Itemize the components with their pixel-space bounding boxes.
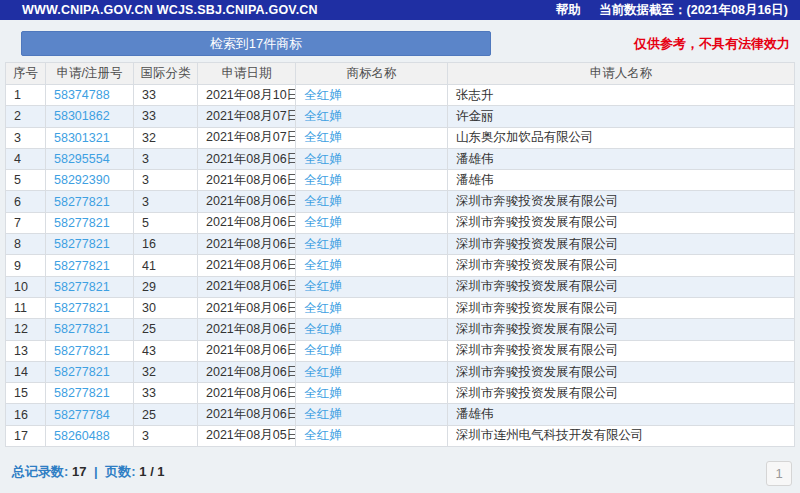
application-number-cell: 58301321	[46, 127, 134, 148]
trademark-name-link[interactable]: 全红婵	[304, 258, 342, 272]
application-number-link[interactable]: 58277784	[54, 408, 110, 422]
column-header: 申请/注册号	[46, 63, 134, 85]
table-row: 1458277821322021年08月06日全红婵深圳市奔骏投资发展有限公司	[6, 361, 795, 382]
row-index-cell: 12	[6, 319, 46, 340]
application-number-cell: 58277821	[46, 191, 134, 212]
intl-class-cell: 33	[134, 383, 198, 404]
application-date-cell: 2021年08月07日	[198, 127, 296, 148]
trademark-name-link[interactable]: 全红婵	[304, 428, 342, 442]
application-date-cell: 2021年08月06日	[198, 148, 296, 169]
trademark-name-link[interactable]: 全红婵	[304, 237, 342, 251]
data-cutoff-label: 当前数据截至：(2021年08月16日)	[599, 2, 788, 19]
trademark-name-cell: 全红婵	[296, 191, 448, 212]
row-index-cell: 4	[6, 148, 46, 169]
trademark-name-link[interactable]: 全红婵	[304, 301, 342, 315]
table-row: 1358277821432021年08月06日全红婵深圳市奔骏投资发展有限公司	[6, 340, 795, 361]
application-date-cell: 2021年08月06日	[198, 234, 296, 255]
row-index-cell: 11	[6, 297, 46, 318]
table-row: 158374788332021年08月10日全红婵张志升	[6, 85, 795, 106]
trademark-name-cell: 全红婵	[296, 425, 448, 446]
trademark-name-link[interactable]: 全红婵	[304, 215, 342, 229]
application-number-link[interactable]: 58277821	[54, 195, 110, 209]
application-number-link[interactable]: 58277821	[54, 280, 110, 294]
pages-label: 页数:	[105, 464, 135, 479]
table-header-row: 序号申请/注册号国际分类申请日期商标名称申请人名称	[6, 63, 795, 85]
results-table-wrap: 序号申请/注册号国际分类申请日期商标名称申请人名称 15837478833202…	[5, 62, 795, 447]
application-date-cell: 2021年08月06日	[198, 361, 296, 382]
application-number-link[interactable]: 58277821	[54, 344, 110, 358]
applicant-name-cell: 潘雄伟	[448, 404, 795, 425]
application-date-cell: 2021年08月07日	[198, 106, 296, 127]
trademark-name-link[interactable]: 全红婵	[304, 322, 342, 336]
applicant-name-cell: 深圳市奔骏投资发展有限公司	[448, 276, 795, 297]
application-number-link[interactable]: 58277821	[54, 386, 110, 400]
trademark-name-link[interactable]: 全红婵	[304, 279, 342, 293]
intl-class-cell: 25	[134, 404, 198, 425]
row-index-cell: 7	[6, 212, 46, 233]
application-number-link[interactable]: 58260488	[54, 429, 110, 443]
application-number-link[interactable]: 58277821	[54, 365, 110, 379]
applicant-name-cell: 深圳市奔骏投资发展有限公司	[448, 191, 795, 212]
table-row: 45829555432021年08月06日全红婵潘雄伟	[6, 148, 795, 169]
column-header: 申请人名称	[448, 63, 795, 85]
trademark-name-cell: 全红婵	[296, 340, 448, 361]
row-index-cell: 2	[6, 106, 46, 127]
total-records-value: 17	[72, 464, 86, 479]
row-index-cell: 3	[6, 127, 46, 148]
application-number-link[interactable]: 58301862	[54, 109, 110, 123]
application-date-cell: 2021年08月06日	[198, 297, 296, 318]
row-index-cell: 5	[6, 170, 46, 191]
row-index-cell: 16	[6, 404, 46, 425]
column-header: 商标名称	[296, 63, 448, 85]
footer: 总记录数: 17 | 页数: 1 / 1 1	[12, 463, 792, 491]
application-number-cell: 58277821	[46, 361, 134, 382]
application-number-cell: 58277821	[46, 340, 134, 361]
application-number-link[interactable]: 58292390	[54, 173, 110, 187]
row-index-cell: 13	[6, 340, 46, 361]
application-number-link[interactable]: 58277821	[54, 216, 110, 230]
application-number-link[interactable]: 58277821	[54, 301, 110, 315]
intl-class-cell: 16	[134, 234, 198, 255]
trademark-name-link[interactable]: 全红婵	[304, 365, 342, 379]
application-number-link[interactable]: 58295554	[54, 152, 110, 166]
row-index-cell: 15	[6, 383, 46, 404]
application-date-cell: 2021年08月06日	[198, 404, 296, 425]
trademark-name-link[interactable]: 全红婵	[304, 109, 342, 123]
table-row: 175826048832021年08月05日全红婵深圳市连州电气科技开发有限公司	[6, 425, 795, 446]
page-1-button[interactable]: 1	[766, 461, 792, 486]
row-index-cell: 17	[6, 425, 46, 446]
trademark-name-link[interactable]: 全红婵	[304, 130, 342, 144]
trademark-name-cell: 全红婵	[296, 297, 448, 318]
table-row: 1158277821302021年08月06日全红婵深圳市奔骏投资发展有限公司	[6, 297, 795, 318]
intl-class-cell: 3	[134, 148, 198, 169]
application-date-cell: 2021年08月06日	[198, 255, 296, 276]
application-number-link[interactable]: 58301321	[54, 131, 110, 145]
row-index-cell: 1	[6, 85, 46, 106]
trademark-name-link[interactable]: 全红婵	[304, 407, 342, 421]
search-result-count-button[interactable]: 检索到17件商标	[21, 31, 491, 56]
application-number-link[interactable]: 58277821	[54, 237, 110, 251]
applicant-name-cell: 深圳市奔骏投资发展有限公司	[448, 255, 795, 276]
application-number-cell: 58277821	[46, 383, 134, 404]
footer-separator: |	[90, 464, 102, 479]
column-header: 国际分类	[134, 63, 198, 85]
trademark-name-link[interactable]: 全红婵	[304, 173, 342, 187]
intl-class-cell: 30	[134, 297, 198, 318]
row-index-cell: 8	[6, 234, 46, 255]
trademark-name-cell: 全红婵	[296, 276, 448, 297]
trademark-name-link[interactable]: 全红婵	[304, 194, 342, 208]
application-date-cell: 2021年08月06日	[198, 319, 296, 340]
application-number-cell: 58277821	[46, 276, 134, 297]
intl-class-cell: 41	[134, 255, 198, 276]
application-number-link[interactable]: 58277821	[54, 259, 110, 273]
trademark-name-link[interactable]: 全红婵	[304, 343, 342, 357]
intl-class-cell: 25	[134, 319, 198, 340]
trademark-name-link[interactable]: 全红婵	[304, 386, 342, 400]
trademark-name-link[interactable]: 全红婵	[304, 88, 342, 102]
trademark-name-link[interactable]: 全红婵	[304, 152, 342, 166]
results-tbody: 158374788332021年08月10日全红婵张志升258301862332…	[6, 85, 795, 447]
application-number-link[interactable]: 58374788	[54, 88, 110, 102]
application-number-cell: 58277784	[46, 404, 134, 425]
application-number-link[interactable]: 58277821	[54, 322, 110, 336]
help-link[interactable]: 帮助	[556, 2, 581, 19]
